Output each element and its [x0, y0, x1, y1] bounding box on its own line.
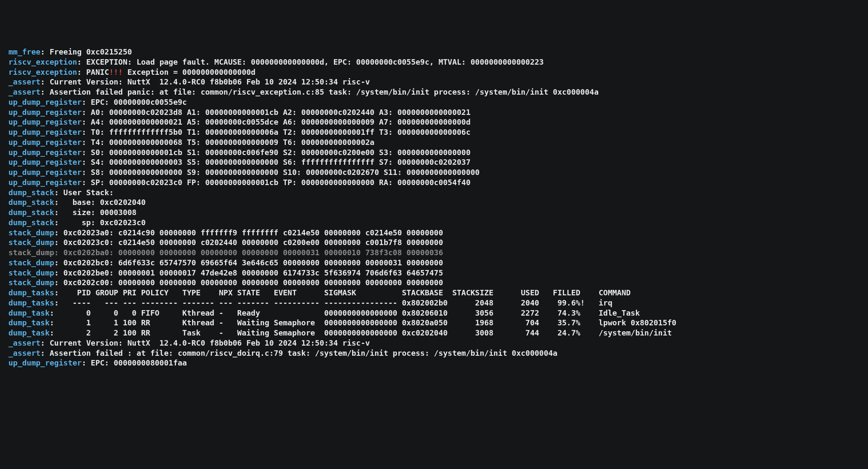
log-line: dump_tasks: ---- --- --- -------- ------…: [8, 298, 860, 308]
log-line: dump_stack: base: 0xc0202040: [8, 197, 860, 207]
log-line: dump_stack: User Stack:: [8, 188, 860, 198]
log-tag: riscv_exception: [8, 68, 77, 76]
log-text: : User Stack:: [54, 188, 114, 197]
log-line: _assert: Assertion failed : at file: com…: [8, 348, 860, 358]
log-text: : size: 00003008: [54, 208, 136, 217]
log-text: : A0: 00000000c02023d8 A1: 0000000000000…: [81, 108, 470, 117]
log-text: : 1 1 100 RR Kthread - Waiting Semaphore…: [50, 318, 677, 327]
log-text: : A4: 0000000000000021 A5: 00000000c0055…: [81, 117, 470, 126]
log-text: : EPC: 0000000080001faa: [81, 358, 187, 367]
panic-marker: !!!: [109, 68, 123, 76]
log-text: : PANIC: [77, 68, 109, 76]
log-text: : 2 2 100 RR Task - Waiting Semaphore 00…: [50, 328, 672, 337]
log-tag: up_dump_register: [8, 138, 81, 147]
log-line: dump_tasks: PID GROUP PRI POLICY TYPE NP…: [8, 288, 860, 298]
log-line: _assert: Current Version: NuttX 12.4.0-R…: [8, 338, 860, 348]
log-text: : T4: 0000000000000068 T5: 0000000000000…: [81, 138, 374, 147]
log-tag: up_dump_register: [8, 98, 81, 106]
log-text: : Freeing 0xc0215250: [41, 47, 132, 56]
log-tag: _assert: [8, 338, 41, 347]
log-text: : PID GROUP PRI POLICY TYPE NPX STATE EV…: [54, 288, 630, 297]
log-text: : base: 0xc0202040: [54, 198, 146, 207]
log-tag: riscv_exception: [8, 57, 77, 66]
log-tag: up_dump_register: [8, 158, 81, 166]
log-tag: up_dump_register: [8, 117, 81, 126]
log-tag: up_dump_register: [8, 108, 81, 117]
log-line: riscv_exception: EXCEPTION: Load page fa…: [8, 57, 860, 67]
log-line: stack_dump: 0xc02023c0: c0214e50 0000000…: [8, 237, 860, 248]
log-line: dump_task: 2 2 100 RR Task - Waiting Sem…: [8, 328, 860, 338]
log-text: : Assertion failed : at file: common/ris…: [41, 349, 558, 357]
log-tag: stack_dump: [8, 238, 54, 247]
log-tag: stack_dump: [8, 268, 54, 277]
log-line: stack_dump: 0xc0202be0: 00000001 0000001…: [8, 268, 860, 278]
log-line: _assert: Assertion failed panic: at file…: [8, 87, 860, 97]
log-tag: stack_dump: [8, 278, 54, 287]
log-line: riscv_exception: PANIC!!! Exception = 00…: [8, 67, 860, 77]
log-tag: up_dump_register: [8, 148, 81, 157]
log-line: up_dump_register: S0: 00000000000001cb S…: [8, 147, 860, 158]
terminal-output: mm_free: Freeing 0xc0215250riscv_excepti…: [8, 47, 860, 368]
log-tag: dump_stack: [8, 188, 54, 197]
log-text: : sp: 0xc02023c0: [54, 218, 146, 227]
log-line: up_dump_register: T4: 0000000000000068 T…: [8, 137, 860, 147]
faded-log-text: stack_dump: 0xc0202ba0: 00000000 0000000…: [8, 248, 443, 257]
log-text: : 0xc0202c00: 00000000 00000000 00000000…: [54, 278, 443, 287]
log-line: up_dump_register: EPC: 0000000080001faa: [8, 358, 860, 368]
log-line: up_dump_register: EPC: 00000000c0055e9c: [8, 97, 860, 107]
log-line: dump_task: 1 1 100 RR Kthread - Waiting …: [8, 318, 860, 328]
log-tag: dump_stack: [8, 198, 54, 207]
log-text: : SP: 00000000c02023c0 FP: 0000000000000…: [81, 178, 470, 187]
log-tag: dump_stack: [8, 208, 54, 217]
log-line: up_dump_register: A0: 00000000c02023d8 A…: [8, 107, 860, 117]
log-text: : S4: 0000000000000003 S5: 0000000000000…: [81, 158, 470, 166]
log-tag: dump_stack: [8, 218, 54, 227]
log-text: : T0: fffffffffffff5b0 T1: 0000000000000…: [81, 128, 470, 136]
log-tag: dump_task: [8, 328, 50, 337]
log-text: Exception = 000000000000000d: [123, 68, 255, 76]
log-tag: stack_dump: [8, 228, 54, 237]
log-text: : 0xc02023a0: c0214c90 00000000 fffffff9…: [54, 228, 443, 237]
log-text: : EXCEPTION: Load page fault. MCAUSE: 00…: [77, 57, 544, 66]
log-line: mm_free: Freeing 0xc0215250: [8, 47, 860, 57]
log-text: : 0xc02023c0: c0214e50 00000000 c0202440…: [54, 238, 443, 247]
log-line: stack_dump: 0xc02023a0: c0214c90 0000000…: [8, 228, 860, 238]
log-line: up_dump_register: SP: 00000000c02023c0 F…: [8, 177, 860, 188]
log-line: _assert: Current Version: NuttX 12.4.0-R…: [8, 77, 860, 87]
log-tag: dump_tasks: [8, 288, 54, 297]
log-text: : Current Version: NuttX 12.4.0-RC0 f8b0…: [41, 338, 370, 347]
log-line: dump_stack: sp: 0xc02023c0: [8, 218, 860, 228]
log-line: up_dump_register: A4: 0000000000000021 A…: [8, 117, 860, 127]
log-tag: _assert: [8, 349, 41, 357]
log-line: up_dump_register: S8: 0000000000000000 S…: [8, 167, 860, 177]
log-line: dump_task: 0 0 0 FIFO Kthread - Ready 00…: [8, 308, 860, 318]
log-text: : Assertion failed panic: at file: commo…: [41, 87, 599, 96]
log-text: : 0 0 0 FIFO Kthread - Ready 00000000000…: [50, 308, 640, 317]
log-tag: dump_tasks: [8, 298, 54, 307]
log-tag: up_dump_register: [8, 128, 81, 136]
log-text: : Current Version: NuttX 12.4.0-RC0 f8b0…: [41, 77, 370, 86]
log-tag: stack_dump: [8, 258, 54, 267]
log-line: stack_dump: 0xc0202ba0: 00000000 0000000…: [8, 248, 860, 258]
log-tag: up_dump_register: [8, 178, 81, 187]
log-line: up_dump_register: T0: fffffffffffff5b0 T…: [8, 127, 860, 137]
log-text: : ---- --- --- -------- ------- --- ----…: [54, 298, 612, 307]
log-tag: _assert: [8, 77, 41, 86]
log-line: up_dump_register: S4: 0000000000000003 S…: [8, 157, 860, 167]
log-tag: up_dump_register: [8, 358, 81, 367]
log-text: : S8: 0000000000000000 S9: 0000000000000…: [81, 168, 480, 177]
log-tag: _assert: [8, 87, 41, 96]
log-text: : EPC: 00000000c0055e9c: [81, 98, 187, 106]
log-tag: mm_free: [8, 47, 41, 56]
log-line: dump_stack: size: 00003008: [8, 207, 860, 218]
log-line: stack_dump: 0xc0202bc0: 6d6f633c 6574757…: [8, 258, 860, 268]
log-text: : 0xc0202bc0: 6d6f633c 65747570 69665f64…: [54, 258, 443, 267]
log-line: stack_dump: 0xc0202c00: 00000000 0000000…: [8, 278, 860, 288]
log-tag: dump_task: [8, 308, 50, 317]
log-tag: dump_task: [8, 318, 50, 327]
log-text: : S0: 00000000000001cb S1: 00000000c006f…: [81, 148, 470, 157]
log-text: : 0xc0202be0: 00000001 00000017 47de42e8…: [54, 268, 443, 277]
log-tag: up_dump_register: [8, 168, 81, 177]
